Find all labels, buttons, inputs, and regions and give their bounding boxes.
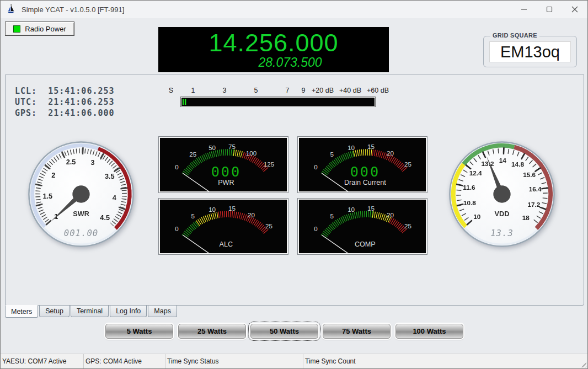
tab-log-info[interactable]: Log Info: [110, 306, 147, 317]
status-time-sync-count: Time Sync Count: [303, 354, 587, 368]
status-time-sync: Time Sync Status: [165, 354, 303, 368]
svg-text:1.5: 1.5: [42, 192, 52, 200]
alc-meter: 0 5 10 15 20 25 ALC: [159, 199, 288, 254]
svg-text:5: 5: [330, 151, 333, 158]
svg-text:10: 10: [348, 206, 355, 213]
svg-text:2.5: 2.5: [66, 158, 76, 166]
status-bar: YAESU: COM7 Active GPS: COM4 Active Time…: [1, 354, 587, 368]
pwr-digital-readout: 000: [211, 164, 241, 180]
svg-text:5: 5: [330, 212, 333, 220]
svg-text:14.8: 14.8: [511, 161, 524, 168]
watt-button-row: 5 Watts 25 Watts 50 Watts 75 Watts 100 W…: [1, 324, 587, 341]
clock-gps: GPS: 21:41:06.000: [15, 108, 115, 119]
main-frequency: 14.256.000: [209, 30, 338, 56]
swr-gauge-label: SWR: [73, 210, 89, 218]
svg-text:15.6: 15.6: [523, 171, 536, 178]
comp-meter: 0 5 10 15 20 25 COMP: [298, 199, 427, 254]
svg-text:100: 100: [246, 149, 257, 157]
comp-meter-label: COMP: [355, 240, 376, 248]
svg-text:4.5: 4.5: [100, 213, 110, 222]
swr-gauge: 1 1.5 2 2.5 3 3.5 4 4.5 SWR 001.00: [27, 140, 135, 248]
vdd-digital-readout: 13.3: [490, 228, 514, 238]
grid-square-value[interactable]: EM13oq: [489, 41, 571, 62]
svg-text:4: 4: [113, 194, 117, 202]
clock-lcl: LCL: 15:41:06.253: [15, 85, 115, 97]
tab-maps[interactable]: Maps: [148, 306, 177, 317]
svg-text:50: 50: [209, 144, 216, 151]
s-meter: S 1 3 5 7 9 +20 dB +40 dB +60 dB: [167, 87, 387, 109]
close-button[interactable]: [562, 1, 587, 18]
svg-text:12.4: 12.4: [469, 169, 482, 177]
svg-text:25: 25: [265, 222, 272, 229]
s-meter-level: [183, 99, 187, 105]
watts-25-button[interactable]: 25 Watts: [178, 324, 246, 339]
app-window: Simple YCAT - v1.0.5.0 [FT-991] Radio Po…: [0, 0, 588, 369]
grid-square-group: GRID SQUARE EM13oq: [483, 36, 577, 67]
watts-100-button[interactable]: 100 Watts: [395, 324, 463, 339]
vdd-gauge-label: VDD: [495, 210, 510, 218]
s-meter-prefix: S: [169, 87, 173, 94]
svg-text:10.8: 10.8: [463, 199, 476, 206]
svg-text:3: 3: [91, 158, 95, 167]
tab-setup[interactable]: Setup: [39, 306, 70, 317]
svg-text:20: 20: [248, 211, 255, 218]
minimize-button[interactable]: [511, 1, 537, 18]
svg-text:0: 0: [175, 163, 179, 170]
s-meter-scale: S 1 3 5 7 9 +20 dB +40 dB +60 dB: [167, 87, 387, 95]
pwr-meter-label: PWR: [218, 179, 234, 186]
svg-text:25: 25: [404, 222, 411, 229]
svg-text:20: 20: [387, 211, 394, 218]
tab-meters[interactable]: Meters: [5, 305, 38, 318]
vdd-gauge: 10 10.8 11.6 12.4 13.2 14 14.8 15.6 16.4…: [448, 140, 556, 248]
swr-digital-readout: 001.00: [64, 228, 99, 238]
s-meter-bar: [181, 97, 375, 106]
status-gps-port: GPS: COM4 Active: [84, 354, 165, 368]
svg-text:0: 0: [314, 163, 318, 170]
svg-text:15: 15: [367, 205, 375, 212]
tab-terminal[interactable]: Terminal: [71, 306, 109, 317]
svg-text:3.5: 3.5: [105, 172, 115, 180]
svg-text:20: 20: [387, 149, 394, 157]
drain-meter-label: Drain Current: [344, 179, 386, 186]
watts-5-button[interactable]: 5 Watts: [105, 324, 173, 339]
svg-text:5: 5: [191, 212, 194, 220]
grid-square-label: GRID SQUARE: [490, 32, 539, 39]
alc-meter-label: ALC: [220, 240, 233, 248]
power-led-icon: [13, 25, 20, 33]
clock-display: LCL: 15:41:06.253 UTC: 21:41:06.253 GPS:…: [15, 85, 115, 119]
svg-text:2: 2: [51, 171, 55, 179]
svg-text:25: 25: [189, 151, 196, 158]
svg-text:15: 15: [367, 143, 375, 150]
svg-text:10: 10: [209, 206, 216, 213]
pwr-meter: 0 25 50 75 100 125 000 PWR: [159, 137, 288, 192]
drain-digital-readout: 000: [350, 164, 380, 180]
radio-power-label: Radio Power: [25, 25, 66, 33]
watts-50-button[interactable]: 50 Watts: [250, 324, 318, 339]
svg-text:11.6: 11.6: [463, 184, 475, 191]
svg-text:16.4: 16.4: [529, 185, 542, 192]
titlebar: Simple YCAT - v1.0.5.0 [FT-991]: [1, 1, 587, 18]
frequency-display: 14.256.000 28.073.500: [158, 27, 389, 72]
svg-text:15: 15: [228, 205, 236, 212]
svg-text:10: 10: [348, 144, 355, 151]
svg-text:125: 125: [264, 161, 274, 168]
status-yaesu-port: YAESU: COM7 Active: [1, 354, 84, 368]
svg-text:13.2: 13.2: [482, 160, 494, 167]
watts-75-button[interactable]: 75 Watts: [323, 324, 391, 339]
svg-text:25: 25: [404, 161, 411, 168]
maximize-button[interactable]: [537, 1, 562, 18]
svg-text:17.2: 17.2: [527, 201, 540, 208]
drain-current-meter: 0 5 10 15 20 25 000 Drain Current: [298, 137, 427, 192]
svg-text:75: 75: [228, 143, 236, 150]
tab-strip: Meters Setup Terminal Log Info Maps: [5, 306, 178, 318]
clock-utc: UTC: 21:41:06.253: [15, 97, 115, 108]
radio-power-button[interactable]: Radio Power: [5, 22, 74, 36]
svg-text:0: 0: [175, 225, 179, 232]
app-icon: [6, 4, 16, 14]
window-title: Simple YCAT - v1.0.5.0 [FT-991]: [22, 6, 124, 14]
svg-text:0: 0: [314, 225, 318, 232]
svg-text:10: 10: [473, 213, 481, 220]
svg-text:18: 18: [522, 214, 530, 221]
svg-text:14: 14: [499, 157, 507, 164]
meters-tab-page: LCL: 15:41:06.253 UTC: 21:41:06.253 GPS:…: [5, 74, 584, 306]
